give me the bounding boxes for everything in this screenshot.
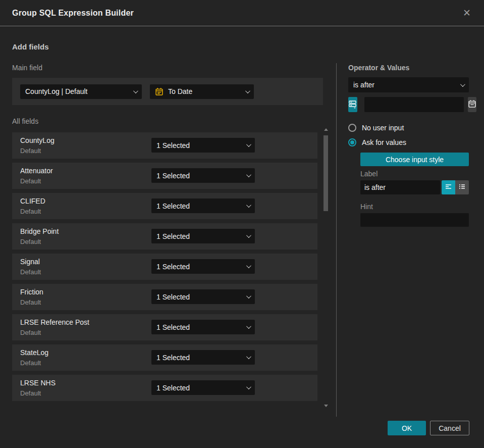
- field-sublabel: Default: [20, 147, 41, 155]
- cancel-button[interactable]: Cancel: [430, 421, 469, 435]
- field-row-countylog: CountyLog Default 1 Selected: [12, 132, 317, 159]
- chevron-down-icon: [133, 88, 138, 93]
- list-scrollbar[interactable]: [323, 128, 329, 407]
- field-row-lrse-reference-post: LRSE Reference Post Default 1 Selected: [12, 314, 317, 340]
- ok-button[interactable]: OK: [388, 421, 426, 435]
- field-selection-select[interactable]: 1 Selected: [151, 380, 255, 395]
- chevron-down-icon: [246, 384, 251, 389]
- chevron-down-icon: [246, 172, 251, 177]
- label-label: Label: [360, 170, 469, 178]
- chevron-down-icon: [246, 233, 251, 238]
- field-row-friction: Friction Default 1 Selected: [12, 284, 317, 310]
- field-selection-value: 1 Selected: [156, 202, 241, 210]
- value-input-row: [348, 97, 469, 112]
- field-selection-select[interactable]: 1 Selected: [151, 138, 255, 153]
- single-value-style-button[interactable]: [442, 180, 455, 194]
- field-sublabel: Default: [20, 389, 41, 397]
- field-name: StateLog: [20, 349, 48, 357]
- chevron-down-icon: [460, 82, 465, 87]
- hint-input[interactable]: [360, 213, 469, 227]
- field-selection-value: 1 Selected: [156, 323, 241, 331]
- field-name: LRSE NHS: [20, 379, 56, 387]
- radio-selected-icon[interactable]: [348, 138, 356, 146]
- list-value-style-button[interactable]: [455, 180, 469, 194]
- field-name: LRSE Reference Post: [20, 318, 89, 326]
- field-selection-select[interactable]: 1 Selected: [151, 198, 255, 213]
- field-row-lrse-nhs: LRSE NHS Default 1 Selected: [12, 375, 317, 401]
- field-selection-select[interactable]: 1 Selected: [151, 289, 255, 304]
- operator-select[interactable]: is after: [348, 77, 469, 92]
- field-row-clifed: CLIFED Default 1 Selected: [12, 193, 317, 219]
- stacked-values-icon: [348, 99, 357, 110]
- field-sublabel: Default: [20, 238, 41, 245]
- calendar-icon: [468, 99, 476, 110]
- field-selection-value: 1 Selected: [156, 232, 241, 240]
- operator-values-panel: Operator & Values is after: [348, 63, 469, 227]
- field-row-statelog: StateLog Default 1 Selected: [12, 344, 317, 371]
- titlebar: Group SQL Expression Builder ✕: [0, 0, 484, 26]
- field-sublabel: Default: [20, 177, 41, 185]
- field-sublabel: Default: [20, 268, 41, 276]
- scroll-down-icon[interactable]: [324, 405, 328, 407]
- chevron-down-icon: [245, 88, 250, 93]
- field-selection-value: 1 Selected: [156, 354, 241, 362]
- field-selection-select[interactable]: 1 Selected: [151, 320, 255, 334]
- field-selection-value: 1 Selected: [156, 263, 241, 271]
- operator-select-value: is after: [353, 81, 455, 89]
- chevron-down-icon: [246, 263, 251, 268]
- field-selection-select[interactable]: 1 Selected: [151, 259, 255, 274]
- main-field-label: Main field: [12, 64, 42, 72]
- radio-ask-for-values[interactable]: Ask for values: [348, 138, 469, 147]
- field-name: Attenuator: [20, 167, 53, 175]
- date-type-select-value: To Date: [168, 87, 240, 95]
- chevron-down-icon: [246, 142, 251, 147]
- close-icon[interactable]: ✕: [461, 6, 473, 20]
- radio-no-user-input-label: No user input: [362, 124, 404, 132]
- main-field-select-value: CountyLog | Default: [25, 87, 128, 95]
- main-field-row: CountyLog | Default To Date: [12, 78, 323, 105]
- add-fields-heading: Add fields: [12, 42, 49, 51]
- chevron-down-icon: [246, 324, 251, 329]
- field-sublabel: Default: [20, 359, 41, 367]
- field-name: CLIFED: [20, 197, 45, 205]
- field-selection-value: 1 Selected: [156, 293, 241, 301]
- value-input-type-button[interactable]: [348, 97, 357, 112]
- field-row-attenuator: Attenuator Default 1 Selected: [12, 163, 317, 189]
- scrollbar-thumb[interactable]: [324, 135, 328, 211]
- chevron-down-icon: [246, 203, 251, 208]
- ask-for-values-options: Choose input style Label: [348, 153, 469, 227]
- field-selection-value: 1 Selected: [156, 172, 241, 180]
- date-type-select[interactable]: To Date: [150, 84, 254, 99]
- field-selection-select[interactable]: 1 Selected: [151, 229, 255, 243]
- hint-label: Hint: [360, 203, 469, 211]
- scroll-up-icon[interactable]: [324, 128, 328, 131]
- group-sql-expression-builder-dialog: Group SQL Expression Builder ✕ Add field…: [0, 0, 484, 448]
- field-selection-value: 1 Selected: [156, 141, 241, 150]
- field-selection-select[interactable]: 1 Selected: [151, 168, 255, 183]
- label-input-row: [360, 180, 469, 194]
- main-field-select[interactable]: CountyLog | Default: [20, 84, 142, 99]
- field-selection-select[interactable]: 1 Selected: [151, 350, 255, 365]
- operator-values-heading: Operator & Values: [348, 63, 469, 72]
- field-sublabel: Default: [20, 298, 41, 306]
- panel-divider: [336, 63, 337, 417]
- field-row-bridge-point: Bridge Point Default 1 Selected: [12, 223, 317, 250]
- bullet-list-icon: [458, 183, 466, 192]
- field-sublabel: Default: [20, 329, 41, 336]
- field-sublabel: Default: [20, 208, 41, 215]
- align-left-icon: [445, 183, 452, 192]
- field-name: Friction: [20, 288, 43, 296]
- radio-unselected-icon[interactable]: [348, 124, 356, 132]
- choose-input-style-button[interactable]: Choose input style: [360, 153, 469, 166]
- chevron-down-icon: [246, 293, 251, 298]
- dialog-title: Group SQL Expression Builder: [12, 9, 134, 18]
- label-input[interactable]: [360, 180, 440, 194]
- calendar-icon: [155, 87, 164, 96]
- radio-ask-for-values-label: Ask for values: [362, 138, 406, 146]
- all-fields-label: All fields: [12, 117, 38, 125]
- radio-no-user-input[interactable]: No user input: [348, 123, 469, 132]
- date-picker-button[interactable]: [468, 97, 476, 112]
- value-input[interactable]: [364, 97, 464, 112]
- chevron-down-icon: [246, 354, 251, 359]
- field-name: Signal: [20, 258, 40, 266]
